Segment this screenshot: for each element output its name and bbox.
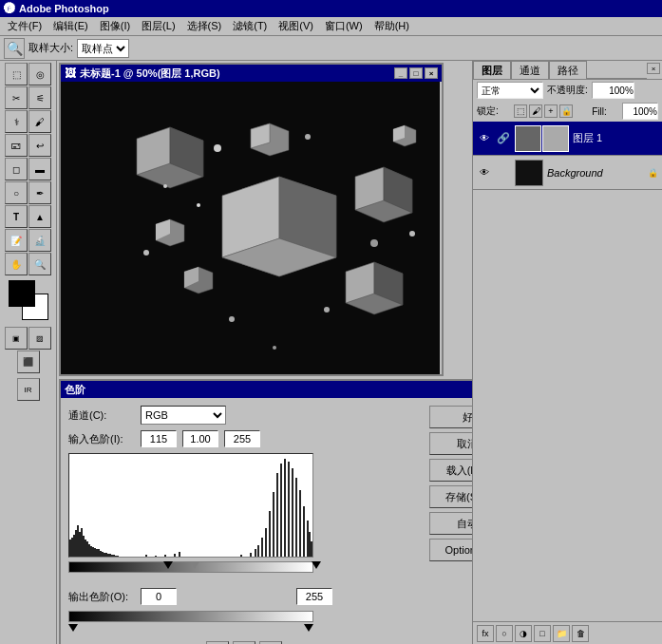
svg-rect-63 — [179, 552, 180, 557]
options-button[interactable]: Options... — [429, 539, 472, 561]
doc-maximize[interactable]: □ — [409, 67, 423, 79]
text-tool[interactable]: T — [5, 205, 28, 228]
channel-select[interactable]: RGB — [141, 406, 226, 425]
svg-rect-47 — [96, 549, 98, 557]
input-shadows[interactable] — [141, 430, 177, 447]
menu-select[interactable]: 选择(S) — [181, 17, 228, 35]
levels-body: 通道(C): RGB 输入色阶(I): — [61, 398, 472, 644]
delete-layer-btn[interactable]: 🗑 — [572, 625, 589, 642]
notes-tool[interactable]: 📝 — [5, 229, 28, 252]
layer-background[interactable]: 👁 Background 🔒 — [473, 156, 662, 190]
new-layer-btn[interactable]: □ — [534, 625, 551, 642]
load-button[interactable]: 载入(L)... — [429, 459, 472, 482]
menu-image[interactable]: 图像(I) — [94, 17, 136, 35]
shadow-handle[interactable] — [163, 561, 173, 569]
layer-1-thumb — [515, 125, 541, 152]
screen-mode[interactable]: ⬛ — [17, 350, 40, 373]
layer-item-1[interactable]: 👁 🔗 图层 1 — [473, 122, 662, 156]
svg-rect-53 — [107, 554, 109, 557]
new-group-btn[interactable]: 📁 — [553, 625, 570, 642]
channel-row: 通道(C): RGB — [68, 406, 420, 425]
crop-tool[interactable]: ✂ — [5, 86, 28, 109]
fill-label: Fill: — [592, 106, 607, 117]
panel-tabs: 图层 通道 路径 × — [473, 61, 662, 80]
svg-rect-54 — [109, 554, 111, 557]
tab-channels[interactable]: 通道 — [511, 61, 549, 79]
svg-rect-69 — [265, 528, 267, 557]
output-shadows[interactable] — [141, 588, 177, 605]
doc-minimize[interactable]: _ — [394, 67, 407, 79]
output-shadow-handle[interactable] — [68, 624, 78, 632]
layer-1-visibility[interactable]: 👁 — [477, 131, 492, 146]
standard-mode[interactable]: ▣ — [5, 327, 28, 350]
svg-rect-79 — [303, 506, 305, 557]
lock-position[interactable]: + — [544, 104, 558, 118]
lock-transparent[interactable]: ⬚ — [514, 104, 527, 118]
layer-1-thumbs — [515, 125, 569, 152]
new-fill-btn[interactable]: ◑ — [515, 625, 532, 642]
cancel-button[interactable]: 取消 — [429, 432, 472, 455]
hand-tool[interactable]: ✋ — [5, 253, 28, 275]
output-highlight-handle[interactable] — [304, 624, 313, 632]
ok-button[interactable]: 好 — [429, 406, 472, 428]
svg-rect-82 — [311, 541, 312, 557]
sample-size-select[interactable]: 取样点 — [77, 39, 129, 58]
marquee-tool[interactable]: ⬚ — [5, 63, 28, 85]
opacity-input[interactable] — [592, 82, 634, 99]
slice-tool[interactable]: ⚟ — [28, 86, 51, 109]
zoom-tool[interactable]: 🔍 — [28, 253, 51, 275]
menu-window[interactable]: 窗口(W) — [319, 17, 369, 35]
healing-tool[interactable]: ⚕ — [5, 110, 28, 133]
lock-image[interactable]: 🖌 — [529, 104, 542, 118]
background-lock-icon: 🔒 — [648, 168, 658, 178]
right-panel: 图层 通道 路径 × 正常 不透明度: 锁定: ⬚ 🖌 + 🔒 Fill: — [472, 61, 662, 644]
midtone-handle[interactable] — [190, 561, 199, 569]
input-highlights[interactable] — [224, 430, 260, 447]
eyedropper-tool[interactable]: 🔬 — [28, 229, 51, 252]
quickmask-mode[interactable]: ▨ — [28, 327, 51, 350]
output-highlights[interactable] — [296, 588, 332, 605]
menu-view[interactable]: 视图(V) — [273, 17, 319, 35]
tab-layers[interactable]: 图层 — [473, 61, 511, 79]
svg-rect-72 — [276, 473, 278, 557]
panel-close[interactable]: × — [647, 63, 660, 74]
doc-close[interactable]: × — [425, 67, 438, 79]
shape-tool[interactable]: ▲ — [28, 205, 51, 228]
menu-filter[interactable]: 滤镜(T) — [227, 17, 273, 35]
svg-rect-37 — [77, 525, 79, 557]
input-midtones[interactable] — [182, 430, 218, 447]
layer-1-link[interactable]: 🔗 — [496, 131, 511, 146]
menu-edit[interactable]: 编辑(E) — [47, 17, 94, 35]
eraser-tool[interactable]: ◻ — [5, 158, 28, 180]
color-swatches[interactable] — [9, 280, 48, 320]
add-mask-btn[interactable]: ○ — [496, 625, 513, 642]
foreground-color[interactable] — [9, 280, 35, 307]
svg-rect-60 — [155, 556, 157, 557]
blend-mode-select[interactable]: 正常 — [477, 82, 543, 99]
lasso-tool[interactable]: ◎ — [28, 63, 51, 85]
tab-paths[interactable]: 路径 — [549, 61, 587, 79]
brush-tool[interactable]: 🖌 — [28, 110, 51, 133]
layer-fx-btn[interactable]: fx — [477, 625, 494, 642]
gradient-tool[interactable]: ▬ — [28, 158, 51, 180]
history-tool[interactable]: ↩ — [28, 134, 51, 157]
output-row: 输出色阶(O): — [68, 588, 420, 605]
background-name: Background — [547, 167, 644, 179]
menu-layer[interactable]: 图层(L) — [136, 17, 180, 35]
stamp-tool[interactable]: 🖃 — [5, 134, 28, 157]
dodge-tool[interactable]: ○ — [5, 181, 28, 204]
pen-tool[interactable]: ✒ — [28, 181, 51, 204]
doc-canvas — [61, 82, 440, 374]
lock-all[interactable]: 🔒 — [559, 104, 573, 118]
menu-help[interactable]: 帮助(H) — [369, 17, 415, 35]
background-visibility[interactable]: 👁 — [477, 165, 492, 180]
svg-rect-50 — [102, 552, 104, 557]
panel-spacer — [473, 190, 662, 621]
auto-button[interactable]: 自动 — [429, 512, 472, 535]
svg-point-28 — [163, 184, 167, 188]
menu-file[interactable]: 文件(F) — [2, 17, 47, 35]
fill-input[interactable] — [622, 103, 658, 120]
svg-rect-68 — [261, 538, 263, 557]
imageready-btn[interactable]: IR — [17, 378, 40, 401]
save-button[interactable]: 存储(S)... — [429, 485, 472, 508]
